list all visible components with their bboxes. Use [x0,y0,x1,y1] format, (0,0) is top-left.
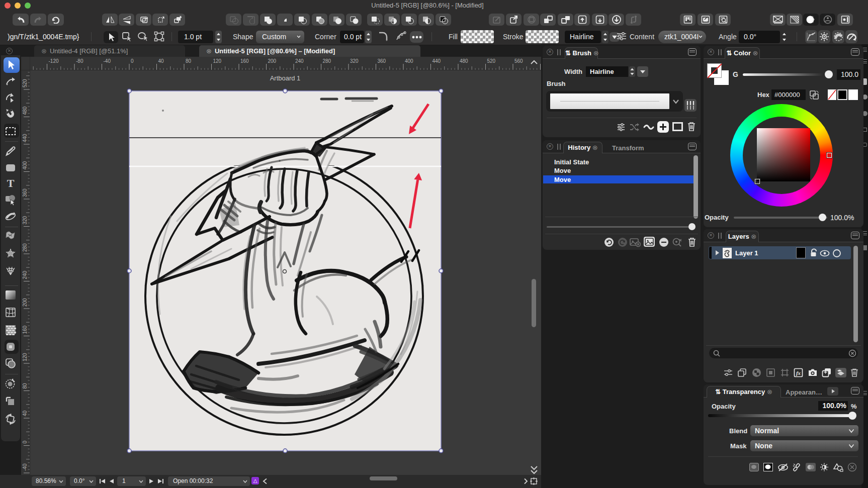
svg-text:360: 360 [378,58,386,64]
svg-text:520: 520 [487,58,496,64]
svg-text:320: 320 [350,58,359,64]
svg-text:-80: -80 [76,58,83,64]
svg-text:40: 40 [158,58,164,64]
svg-text:240: 240 [295,58,304,64]
svg-text:280: 280 [323,58,331,64]
svg-text:T: T [7,177,15,189]
svg-text:120: 120 [213,58,222,64]
svg-text:0: 0 [131,58,134,64]
svg-text:200: 200 [268,58,277,64]
svg-text:160: 160 [240,58,249,64]
svg-text:440: 440 [432,58,441,64]
svg-text:560: 560 [514,58,523,64]
svg-text:80: 80 [186,58,192,64]
svg-text:480: 480 [460,58,468,64]
svg-text:400: 400 [405,58,413,64]
svg-text:-40: -40 [104,58,111,64]
svg-text:-120: -120 [49,58,59,64]
svg-text:Artboard 1: Artboard 1 [270,74,301,82]
svg-text:fx: fx [796,370,801,376]
